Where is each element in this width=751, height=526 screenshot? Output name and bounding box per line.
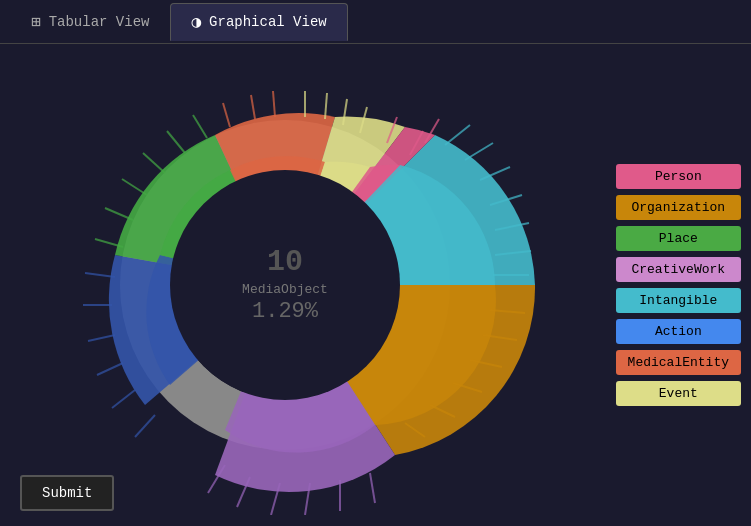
- spike: [105, 208, 133, 220]
- sunburst-chart[interactable]: 10 MediaObject 1.29%: [15, 55, 555, 515]
- spike: [370, 473, 375, 503]
- spike: [122, 179, 147, 195]
- spike: [167, 131, 185, 153]
- spike: [465, 143, 493, 160]
- spike: [88, 335, 115, 341]
- chart-area: 10 MediaObject 1.29%: [0, 44, 570, 526]
- spike: [97, 363, 123, 375]
- tabular-icon: ⊞: [31, 12, 41, 32]
- legend-event[interactable]: Event: [616, 381, 741, 406]
- tab-tabular[interactable]: ⊞ Tabular View: [10, 3, 170, 41]
- spike: [193, 115, 207, 138]
- spike: [251, 95, 255, 119]
- legend-medicalentity[interactable]: MedicalEntity: [616, 350, 741, 375]
- spike: [208, 465, 225, 493]
- tab-graphical-label: Graphical View: [209, 14, 327, 30]
- center-label-text: MediaObject: [242, 282, 328, 297]
- legend-place[interactable]: Place: [616, 226, 741, 251]
- spike: [143, 153, 165, 173]
- spike: [445, 125, 470, 145]
- spike: [85, 273, 115, 277]
- legend-organization[interactable]: Organization: [616, 195, 741, 220]
- spike: [325, 93, 327, 119]
- legend-creativework[interactable]: CreativeWork: [616, 257, 741, 282]
- legend-person[interactable]: Person: [616, 164, 741, 189]
- graphical-icon: ◑: [191, 12, 201, 32]
- legend: Person Organization Place CreativeWork I…: [616, 164, 741, 406]
- tab-graphical[interactable]: ◑ Graphical View: [170, 3, 347, 41]
- spike: [273, 91, 275, 117]
- spike: [135, 415, 155, 437]
- spike: [112, 390, 135, 408]
- legend-action[interactable]: Action: [616, 319, 741, 344]
- legend-intangible[interactable]: Intangible: [616, 288, 741, 313]
- tab-tabular-label: Tabular View: [49, 14, 150, 30]
- tab-bar: ⊞ Tabular View ◑ Graphical View: [0, 0, 751, 44]
- center-percent-text: 1.29%: [252, 299, 319, 324]
- spike: [223, 103, 230, 127]
- center-count-text: 10: [267, 245, 303, 279]
- main-content: 10 MediaObject 1.29% Person Organization…: [0, 44, 751, 526]
- submit-button[interactable]: Submit: [20, 475, 114, 511]
